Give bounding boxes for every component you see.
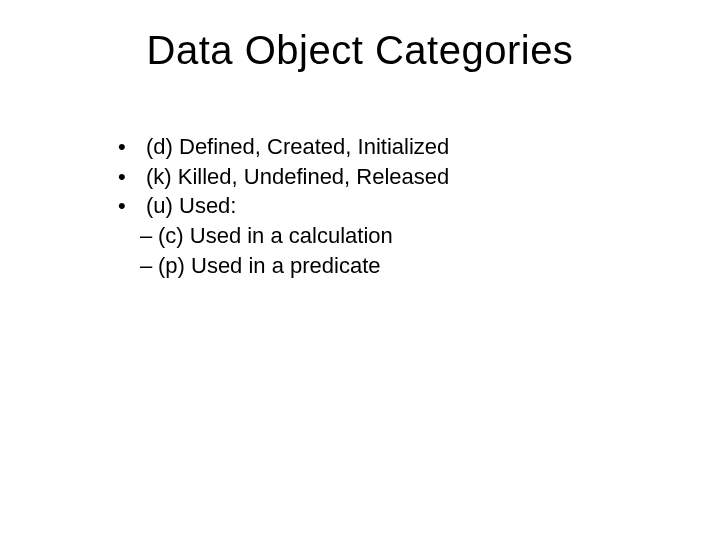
sub-list-item-text: (p) Used in a predicate <box>158 251 381 281</box>
slide-title: Data Object Categories <box>0 28 720 73</box>
bullet-icon: • <box>118 162 146 192</box>
list-item-text: (d) Defined, Created, Initialized <box>146 132 449 162</box>
bullet-icon: • <box>118 191 146 221</box>
list-item-text: (u) Used: <box>146 191 236 221</box>
bullet-icon: • <box>118 132 146 162</box>
list-item-text: (k) Killed, Undefined, Released <box>146 162 449 192</box>
slide: Data Object Categories • (d) Defined, Cr… <box>0 0 720 540</box>
list-item: • (k) Killed, Undefined, Released <box>118 162 449 192</box>
list-item: • (u) Used: <box>118 191 449 221</box>
sub-list-item: – (c) Used in a calculation <box>118 221 449 251</box>
dash-icon: – <box>140 221 158 251</box>
list-item: • (d) Defined, Created, Initialized <box>118 132 449 162</box>
slide-body: • (d) Defined, Created, Initialized • (k… <box>118 132 449 280</box>
dash-icon: – <box>140 251 158 281</box>
sub-list-item: – (p) Used in a predicate <box>118 251 449 281</box>
sub-list-item-text: (c) Used in a calculation <box>158 221 393 251</box>
